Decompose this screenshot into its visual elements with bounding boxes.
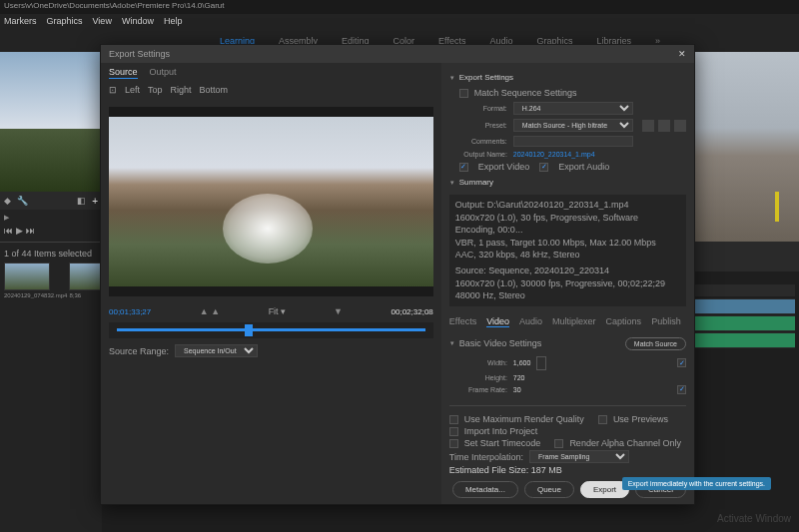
source-monitor[interactable]	[0, 52, 102, 192]
comments-input[interactable]	[513, 136, 633, 147]
save-preset-icon[interactable]	[642, 120, 654, 132]
max-render-label: Use Maximum Render Quality	[464, 414, 584, 424]
export-video-label: Export Video	[478, 162, 529, 172]
width-label: Width:	[459, 359, 507, 366]
triangle-icon[interactable]: ▲ ▲	[200, 306, 220, 316]
use-previews-checkbox[interactable]	[598, 415, 607, 424]
summary-header[interactable]: Summary	[449, 178, 686, 187]
height-label: Height:	[459, 374, 507, 381]
delete-preset-icon[interactable]	[674, 120, 686, 132]
play-icon[interactable]: ▶	[16, 226, 23, 236]
start-tc-label: Set Start Timecode	[464, 438, 541, 448]
tab-publish[interactable]: Publish	[651, 316, 681, 327]
dialog-preview-pane: Source Output ⊡ Left Top Right Bottom 00…	[101, 63, 441, 504]
menu-markers[interactable]: Markers	[4, 16, 37, 28]
dialog-titlebar[interactable]: Export Settings ✕	[101, 45, 694, 63]
tab-audio[interactable]: Audio	[519, 316, 542, 327]
project-bin: 1 of 44 Items selected 20240129_074832.m…	[0, 245, 102, 302]
width-value[interactable]: 1,600	[513, 359, 531, 366]
crop-toolbar: ⊡ Left Top Right Bottom	[101, 83, 441, 101]
fps-match-checkbox[interactable]	[677, 385, 686, 394]
marker-icon[interactable]: ◆	[4, 196, 11, 206]
source-range-select[interactable]: Sequence In/Out	[175, 344, 258, 357]
max-render-checkbox[interactable]	[449, 415, 458, 424]
menubar: Markers Graphics View Window Help	[0, 14, 799, 30]
start-tc-checkbox[interactable]	[449, 439, 458, 448]
zoom-fit[interactable]: Fit ▾	[269, 306, 286, 316]
export-tooltip: Export immediately with the current sett…	[622, 477, 771, 490]
export-video-checkbox[interactable]	[459, 163, 468, 172]
match-sequence-checkbox[interactable]	[459, 89, 468, 98]
summary-output: Output: D:\Garut\20240120_220314_1.mp4 1…	[455, 199, 680, 262]
preview-tc-in[interactable]: 00;01;33;27	[109, 307, 151, 316]
plus-icon[interactable]: +	[92, 196, 98, 207]
link-icon[interactable]	[536, 356, 546, 370]
source-range-label: Source Range:	[109, 346, 169, 356]
height-value[interactable]: 720	[513, 374, 525, 381]
tab-captions[interactable]: Captions	[606, 316, 642, 327]
menu-help[interactable]: Help	[164, 16, 183, 28]
summary-box: Output: D:\Garut\20240120_220314_1.mp4 1…	[449, 195, 686, 306]
trim-icon[interactable]: ◧	[77, 196, 86, 206]
dialog-title-text: Export Settings	[109, 49, 170, 59]
step-back-icon[interactable]: ⏮	[4, 226, 13, 236]
source-panel: ◆ 🔧 ◧ + ▶ ⏮ ▶ ⏭ 1 of 44 Items selected 2…	[0, 52, 102, 532]
tab-output[interactable]: Output	[150, 67, 177, 79]
playhead[interactable]	[245, 324, 253, 336]
source-toolbar: ◆ 🔧 ◧ +	[0, 192, 102, 210]
export-audio-checkbox[interactable]	[539, 163, 548, 172]
import-project-checkbox[interactable]	[449, 427, 458, 436]
tab-video[interactable]: Video	[486, 316, 509, 327]
step-fwd-icon[interactable]: ⏭	[26, 226, 35, 236]
titlebar: Users\v\OneDrive\Documents\Adobe\Premier…	[0, 0, 799, 14]
queue-button[interactable]: Queue	[524, 481, 574, 498]
crop-top: Top	[148, 85, 163, 99]
import-project-label: Import Into Project	[464, 426, 538, 436]
crop-bottom: Bottom	[200, 85, 229, 99]
alpha-only-label: Render Alpha Channel Only	[569, 438, 681, 448]
summary-source: Source: Sequence, 20240120_220314 1600x7…	[455, 265, 680, 302]
format-label: Format:	[459, 105, 507, 112]
crop-icon[interactable]: ⊡	[109, 85, 117, 99]
time-interp-select[interactable]: Frame Sampling	[529, 450, 629, 463]
framerate-value[interactable]: 30	[513, 386, 521, 393]
comments-label: Comments:	[459, 138, 507, 145]
alpha-only-checkbox[interactable]	[554, 439, 563, 448]
crop-left: Left	[125, 85, 140, 99]
import-preset-icon[interactable]	[658, 120, 670, 132]
output-name-link[interactable]: 20240120_220314_1.mp4	[513, 151, 595, 158]
tab-source[interactable]: Source	[109, 67, 138, 79]
menu-view[interactable]: View	[93, 16, 112, 28]
export-settings-header[interactable]: Export Settings	[449, 73, 686, 82]
triangle-icon[interactable]: ▼	[334, 306, 343, 316]
format-select[interactable]: H.264	[513, 102, 633, 115]
basic-video-header[interactable]: Basic Video Settings Match Source	[449, 337, 686, 350]
preview-scrubber[interactable]	[109, 322, 433, 338]
use-previews-label: Use Previews	[613, 414, 668, 424]
estimated-size: Estimated File Size: 187 MB	[449, 465, 686, 475]
match-source-button[interactable]: Match Source	[625, 337, 686, 350]
preset-label: Preset:	[459, 122, 507, 129]
output-name-label: Output Name:	[459, 151, 507, 158]
preset-select[interactable]: Match Source - High bitrate	[513, 119, 633, 132]
crop-right: Right	[171, 85, 192, 99]
wrench-icon[interactable]: 🔧	[17, 196, 28, 206]
time-interp-label: Time Interpolation:	[449, 452, 523, 462]
export-settings-dialog: Export Settings ✕ Source Output ⊡ Left T…	[100, 44, 695, 505]
preview-tc-out[interactable]: 00;02;32;08	[392, 307, 433, 316]
clip-thumb[interactable]	[4, 263, 50, 290]
width-match-checkbox[interactable]	[677, 358, 686, 367]
export-audio-label: Export Audio	[558, 162, 609, 172]
framerate-label: Frame Rate:	[459, 386, 507, 393]
metadata-button[interactable]: Metadata...	[452, 481, 518, 498]
tab-effects[interactable]: Effects	[449, 316, 476, 327]
settings-tabs: Effects Video Audio Multiplexer Captions…	[449, 316, 686, 327]
menu-graphics[interactable]: Graphics	[47, 16, 83, 28]
menu-window[interactable]: Window	[122, 16, 154, 28]
close-icon[interactable]: ✕	[678, 49, 686, 59]
src-tc: ▶	[4, 214, 9, 222]
tab-multiplexer[interactable]: Multiplexer	[552, 316, 596, 327]
export-preview	[109, 107, 433, 296]
preview-image	[109, 117, 433, 286]
windows-watermark: Activate Window	[717, 513, 791, 524]
